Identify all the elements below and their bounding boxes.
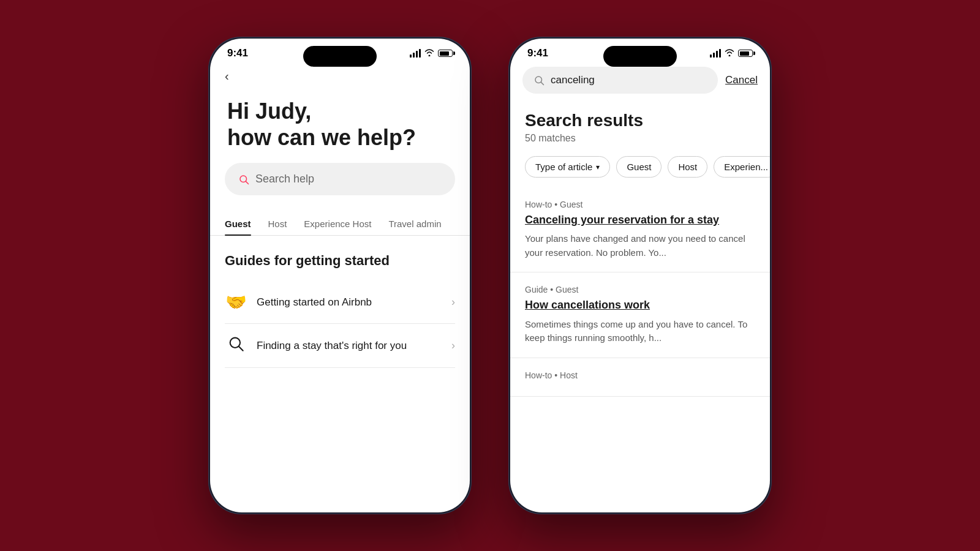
tab-experience-host[interactable]: Experience Host [295,212,380,235]
guide-label-getting-started: Getting started on Airbnb [257,296,451,309]
results-count: 50 matches [525,133,755,144]
greeting-text: Hi Judy, how can we help? [227,98,453,151]
search-icon [238,174,249,185]
result-meta-3: How-to • Host [525,370,755,380]
battery-icon-2 [738,50,753,57]
guide-label-finding-stay: Finding a stay that's right for you [257,340,451,352]
guides-section-title: Guides for getting started [225,253,455,269]
result-item-2[interactable]: Guide • Guest How cancellations work Som… [510,272,770,358]
filter-row: Type of article ▾ Guest Host Experien... [510,151,770,187]
svg-line-3 [239,347,243,351]
guide-item-finding-stay[interactable]: Finding a stay that's right for you › [225,324,455,368]
guides-section: Guides for getting started 🤝 Getting sta… [210,236,470,368]
chevron-icon-getting-started: › [451,296,455,309]
tab-bar: Guest Host Experience Host Travel admin [210,212,470,236]
tab-guest[interactable]: Guest [225,212,260,235]
search-input-value: canceling [551,74,595,86]
result-item-1[interactable]: How-to • Guest Canceling your reservatio… [510,187,770,272]
battery-icon-1 [438,50,453,57]
svg-line-1 [246,181,248,184]
search-bar[interactable]: Search help [225,163,455,195]
search-placeholder: Search help [255,173,314,186]
result-title-1: Canceling your reservation for a stay [525,213,755,227]
result-item-3[interactable]: How-to • Host [510,358,770,397]
chevron-down-icon: ▾ [596,163,600,171]
status-icons-2 [710,49,753,58]
result-meta-2: Guide • Guest [525,285,755,294]
phone-1: 9:41 [208,37,472,514]
wifi-icon-1 [424,49,434,58]
results-header: Search results 50 matches [510,101,770,151]
result-title-2: How cancellations work [525,298,755,312]
cancel-button[interactable]: Cancel [725,74,758,86]
result-desc-1: Your plans have changed and now you need… [525,232,755,260]
status-icons-1 [410,49,453,58]
svg-line-5 [541,82,543,84]
tab-host[interactable]: Host [260,212,296,235]
guide-emoji-getting-started: 🤝 [225,292,247,312]
result-meta-1: How-to • Guest [525,200,755,209]
results-title: Search results [525,111,755,130]
signal-icon-2 [710,49,721,58]
result-desc-2: Sometimes things come up and you have to… [525,318,755,345]
guide-item-getting-started[interactable]: 🤝 Getting started on Airbnb › [225,281,455,324]
dynamic-island-2 [603,46,677,67]
chevron-icon-finding-stay: › [451,339,455,352]
wifi-icon-2 [725,49,734,58]
status-time-1: 9:41 [227,47,248,59]
filter-experience[interactable]: Experien... [714,156,770,178]
phone-2: 9:41 [508,37,772,514]
greeting-section: Hi Judy, how can we help? [210,88,470,163]
filter-host[interactable]: Host [668,156,707,178]
filter-type-of-article[interactable]: Type of article ▾ [525,156,610,178]
signal-icon-1 [410,49,421,58]
dynamic-island-1 [303,46,377,67]
search-icon-2 [533,75,545,86]
filter-guest[interactable]: Guest [616,156,662,178]
search-input-bar[interactable]: canceling [522,67,718,94]
status-time-2: 9:41 [527,47,548,59]
tab-travel-admin[interactable]: Travel admin [380,212,450,235]
guide-emoji-finding-stay [225,335,247,356]
